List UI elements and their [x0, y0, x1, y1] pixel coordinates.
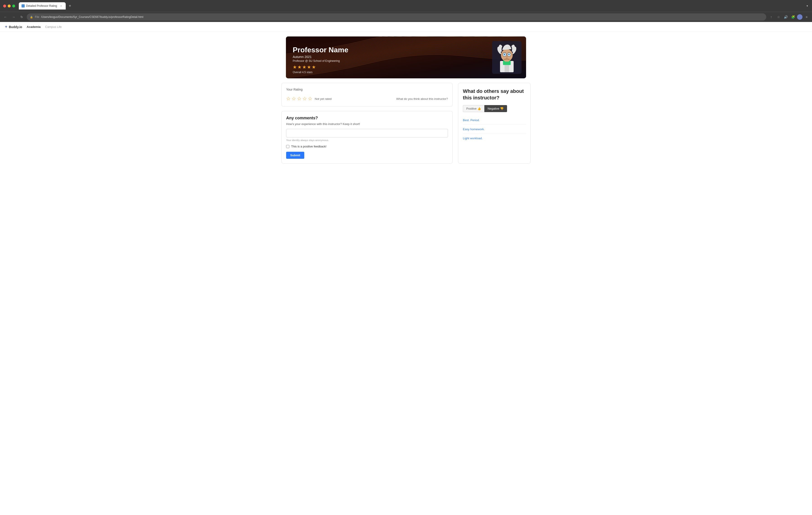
checkbox-label: This is a positive feedback! [291, 145, 326, 148]
back-button[interactable]: ← [2, 14, 9, 20]
site-nav: ✦ Buddy.io Academia Campus Life [0, 22, 812, 32]
hero-semester: Autumn 2021 [293, 55, 348, 59]
comments-subtitle: How's your experience with this instruct… [286, 122, 448, 126]
close-window-button[interactable] [3, 4, 6, 7]
address-bar[interactable]: 🔒 File /Users/leoguo/Documents/Syr_Cours… [27, 13, 766, 21]
professor-avatar-box [492, 41, 522, 74]
community-card: What do others say about this instructor… [458, 83, 531, 163]
address-url: /Users/leoguo/Documents/Syr_Courses/CSE6… [41, 16, 763, 19]
maximize-window-button[interactable] [12, 4, 15, 7]
your-rating-title: Your Rating [286, 88, 448, 91]
rating-stars-area: ☆ ☆ ☆ ☆ ☆ Not yet rated [286, 96, 331, 102]
rating-stars[interactable]: ☆ ☆ ☆ ☆ ☆ [286, 96, 313, 102]
comments-title: Any comments? [286, 116, 448, 120]
community-title: What do others say about this instructor… [463, 88, 526, 101]
nav-links: Academia Campus Life [27, 25, 62, 29]
minimize-window-button[interactable] [8, 4, 11, 7]
hero-stars: ★ ★ ★ ★ ★ [293, 64, 348, 70]
user-avatar[interactable] [797, 14, 803, 20]
new-tab-button[interactable]: + [67, 3, 73, 9]
toolbar-actions: ↑ ☆ 🔊 🧩 ≡ [768, 14, 810, 20]
share-icon[interactable]: ↑ [768, 14, 774, 20]
positive-tab[interactable]: Positive 👍 [463, 105, 484, 112]
rate-star-3[interactable]: ☆ [297, 96, 301, 102]
rate-star-2[interactable]: ☆ [292, 96, 296, 102]
tab-close-button[interactable]: × [59, 4, 63, 8]
address-file-label: File [35, 16, 39, 19]
browser-toolbar: ← → ↻ 🔒 File /Users/leoguo/Documents/Syr… [0, 12, 812, 22]
refresh-button[interactable]: ↻ [19, 14, 25, 20]
character-svg [494, 43, 519, 72]
bookmark-icon[interactable]: ☆ [775, 14, 782, 20]
rate-star-5[interactable]: ☆ [308, 96, 313, 102]
rating-question: What do you think about this instructor? [396, 97, 448, 100]
rate-star-4[interactable]: ☆ [302, 96, 307, 102]
audio-icon[interactable]: 🔊 [783, 14, 789, 20]
your-rating-card: Your Rating ☆ ☆ ☆ ☆ ☆ Not yet rated What… [281, 83, 453, 107]
extensions-icon[interactable]: 🧩 [790, 14, 796, 20]
professor-avatar [492, 41, 522, 74]
page-content: ✦ Buddy.io Academia Campus Life [0, 22, 812, 515]
feedback-item-1[interactable]: Best. Period. [463, 116, 526, 125]
hero-banner: Professor Name Autumn 2021 Professor @ S… [286, 36, 526, 78]
not-yet-rated-label: Not yet rated [315, 97, 331, 100]
negative-tab[interactable]: Negative 👎 [484, 105, 507, 112]
professor-name: Professor Name [293, 46, 348, 54]
overall-rating-text: Overall 4.5 stars [293, 71, 348, 74]
anonymous-note: Your identity always stays anonymous. [286, 139, 448, 142]
star-3: ★ [302, 64, 306, 70]
active-tab[interactable]: Detailed Professor Rating × [19, 2, 66, 9]
positive-feedback-checkbox-row: This is a positive feedback! [286, 145, 448, 148]
comment-input[interactable] [286, 129, 448, 138]
forward-button[interactable]: → [10, 14, 17, 20]
positive-feedback-checkbox[interactable] [286, 145, 289, 148]
rate-star-1[interactable]: ☆ [286, 96, 291, 102]
tab-dropdown-button[interactable]: ▾ [806, 3, 809, 8]
tab-bar: Detailed Professor Rating × + ▾ [19, 2, 809, 9]
submit-button[interactable]: Submit [286, 152, 304, 159]
browser-chrome: Detailed Professor Rating × + ▾ ← → ↻ 🔒 … [0, 0, 812, 22]
svg-point-11 [509, 54, 509, 55]
browser-titlebar: Detailed Professor Rating × + ▾ [0, 0, 812, 12]
svg-point-13 [506, 55, 508, 58]
menu-icon[interactable]: ≡ [803, 14, 810, 20]
star-2: ★ [297, 64, 301, 70]
address-lock-icon: 🔒 [30, 16, 33, 19]
community-feedback-list: Best. Period. Easy homework. Light workl… [463, 116, 526, 143]
left-column: Your Rating ☆ ☆ ☆ ☆ ☆ Not yet rated What… [281, 83, 453, 163]
rating-row: ☆ ☆ ☆ ☆ ☆ Not yet rated What do you thin… [286, 96, 448, 102]
nav-campus-life[interactable]: Campus Life [45, 25, 62, 29]
hero-department: Professor @ SU School of Engineering [293, 59, 348, 62]
main-body: Your Rating ☆ ☆ ☆ ☆ ☆ Not yet rated What… [281, 83, 531, 173]
feedback-item-2[interactable]: Easy homework. [463, 125, 526, 134]
hero-content: Professor Name Autumn 2021 Professor @ S… [293, 46, 348, 74]
nav-academia[interactable]: Academia [27, 25, 40, 29]
star-1: ★ [293, 64, 297, 70]
svg-point-10 [504, 54, 505, 55]
logo-text: Buddy.io [9, 25, 22, 29]
traffic-lights [3, 4, 15, 7]
comments-card: Any comments? How's your experience with… [281, 111, 453, 163]
feedback-item-3[interactable]: Light workload. [463, 134, 526, 143]
community-tabs: Positive 👍 Negative 👎 [463, 105, 526, 112]
site-logo: ✦ Buddy.io [4, 25, 22, 29]
logo-icon: ✦ [4, 25, 7, 29]
star-4: ★ [307, 64, 311, 70]
tab-title: Detailed Professor Rating [26, 4, 57, 7]
star-5: ★ [312, 64, 316, 70]
tab-favicon [22, 4, 25, 7]
